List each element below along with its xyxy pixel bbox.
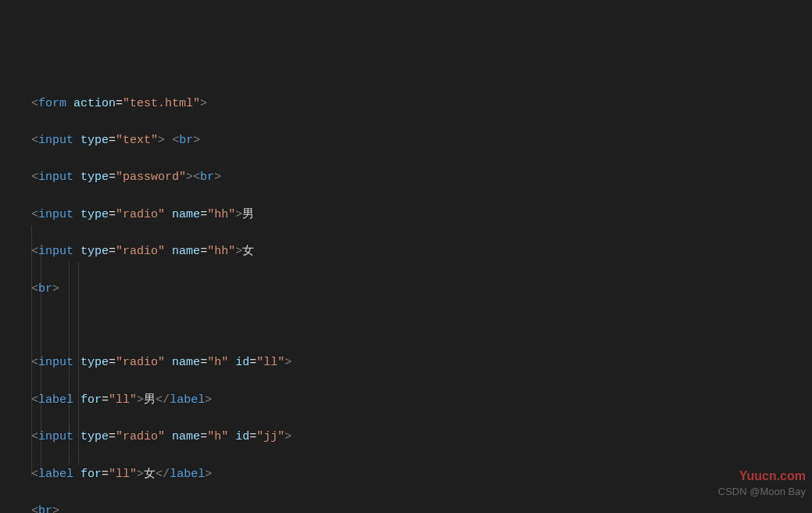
code-line[interactable]: <label for="ll">男</label>	[31, 391, 812, 410]
code-line[interactable]: <input type="radio" name="hh">女	[31, 242, 812, 261]
code-line[interactable]: <input type="radio" name="h" id="ll">	[31, 353, 812, 372]
code-line[interactable]	[31, 317, 812, 335]
code-line[interactable]: <input type="password"><br>	[31, 168, 812, 187]
code-line[interactable]: <input type="radio" name="h" id="jj">	[31, 428, 812, 447]
code-line[interactable]: <form action="test.html">	[31, 95, 812, 113]
code-line[interactable]: <label for="ll">女</label>	[31, 465, 812, 484]
code-line[interactable]: <input type="radio" name="hh">男	[31, 206, 812, 224]
code-editor[interactable]: <form action="test.html"> <input type="t…	[0, 0, 812, 513]
code-line[interactable]: <input type="text"> <br>	[31, 131, 812, 150]
code-line[interactable]: <br>	[31, 502, 812, 513]
watermark-author: CSDN @Moon Bay	[718, 483, 806, 501]
code-line[interactable]: <br>	[31, 280, 812, 299]
